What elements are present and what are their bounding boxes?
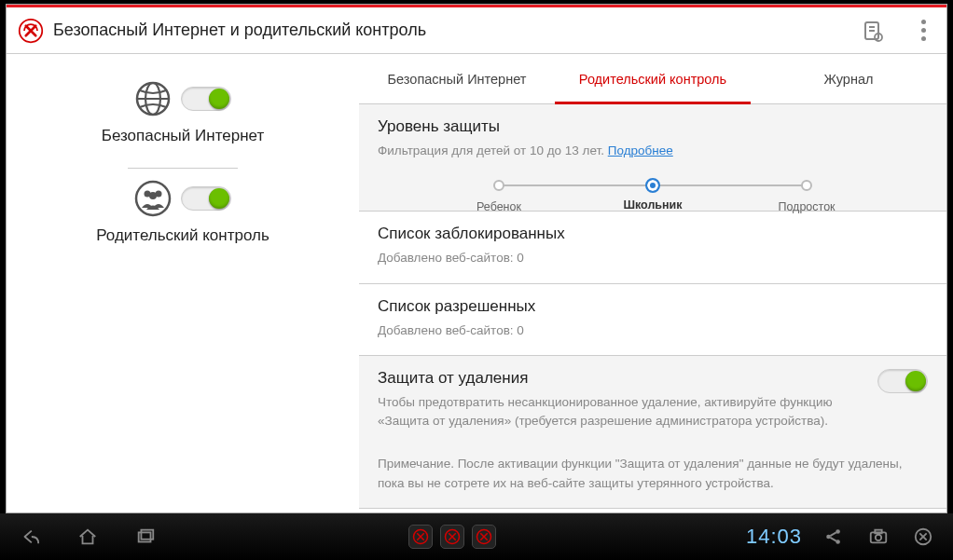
protection-level-sub-text: Фильтрация для детей от 10 до 13 лет. [378,143,604,157]
report-button[interactable] [861,19,885,43]
slider-stop-teen[interactable]: Подросток [801,180,812,191]
tray-app-icon[interactable] [472,525,496,549]
tray-app-icon[interactable] [408,525,433,549]
app-logo-icon [18,18,44,44]
module-divider [128,168,238,169]
overflow-dots-icon [921,20,926,41]
section-delete-protection: Защита от удаления Чтобы предотвратить н… [359,356,946,509]
slider-label-school: Школьник [623,198,682,212]
nav-recent-button[interactable] [132,524,159,550]
overflow-menu-button[interactable] [911,19,935,43]
header-bar: Безопасный Интернет и родительский контр… [7,7,946,54]
nav-center-tray [177,525,727,549]
slider-stop-child[interactable]: Ребенок [493,180,504,191]
protection-level-title: Уровень защиты [378,117,928,136]
module-parental-control[interactable]: Родительский контроль [96,174,269,262]
blocked-list-title: Список заблокированных [378,225,928,243]
section-protection-level: Уровень защиты Фильтрация для детей от 1… [359,104,946,212]
nav-camera-button[interactable] [865,524,891,550]
slider-stop-school[interactable]: Школьник [645,178,660,193]
svg-point-11 [149,192,157,199]
header-actions [861,19,935,43]
blocked-list-subtitle: Добавлено веб-сайтов: 0 [378,249,928,267]
svg-point-23 [876,535,881,540]
tab-journal[interactable]: Журнал [751,54,946,103]
slider-label-child: Ребенок [476,200,521,213]
safe-internet-label: Безопасный Интернет [102,127,264,145]
section-blocked-list[interactable]: Список заблокированных Добавлено веб-сай… [359,212,946,283]
nav-home-button[interactable] [75,524,101,550]
nav-close-button[interactable] [910,524,936,550]
delete-protection-desc: Чтобы предотвратить несанкционированное … [378,393,863,431]
delete-protection-title: Защита от удаления [378,369,863,388]
section-allowed-list[interactable]: Список разрешенных Добавлено веб-сайтов:… [359,284,946,356]
app-window: Безопасный Интернет и родительский контр… [6,4,947,513]
svg-line-21 [830,538,836,541]
safe-internet-switch[interactable] [181,87,231,111]
svg-line-20 [830,532,836,536]
right-panel: Безопасный Интернет Родительский контрол… [359,54,946,512]
allowed-list-title: Список разрешенных [378,297,928,316]
tabs-bar: Безопасный Интернет Родительский контрол… [359,54,946,104]
module-safe-internet[interactable]: Безопасный Интернет [102,75,264,162]
tray-app-icon[interactable] [440,525,464,549]
slider-label-teen: Подросток [778,200,835,213]
delete-protection-switch[interactable] [877,369,928,393]
allowed-list-subtitle: Добавлено веб-сайтов: 0 [378,321,928,340]
delete-protection-note: Примечание. После активации функции "Защ… [378,455,928,493]
tab-parental-control[interactable]: Родительский контроль [555,54,751,103]
parental-control-label: Родительский контроль [96,226,269,245]
header-title: Безопасный Интернет и родительский контр… [53,20,861,40]
people-icon [134,180,172,217]
nav-back-button[interactable] [17,524,43,550]
nav-share-button[interactable] [821,524,847,550]
android-navbar: 14:03 [0,513,953,560]
nav-clock[interactable]: 14:03 [746,525,802,549]
left-panel: Безопасный Интернет Родительский контрол… [7,54,359,512]
tab-safe-internet[interactable]: Безопасный Интернет [359,54,555,103]
protection-level-more-link[interactable]: Подробнее [608,143,673,157]
slider-track: Ребенок Школьник Подросток [499,184,807,186]
protection-slider[interactable]: Ребенок Школьник Подросток [378,184,928,196]
parental-control-switch[interactable] [181,186,231,211]
protection-level-subtitle: Фильтрация для детей от 10 до 13 лет. По… [378,142,928,160]
globe-icon [134,80,172,117]
